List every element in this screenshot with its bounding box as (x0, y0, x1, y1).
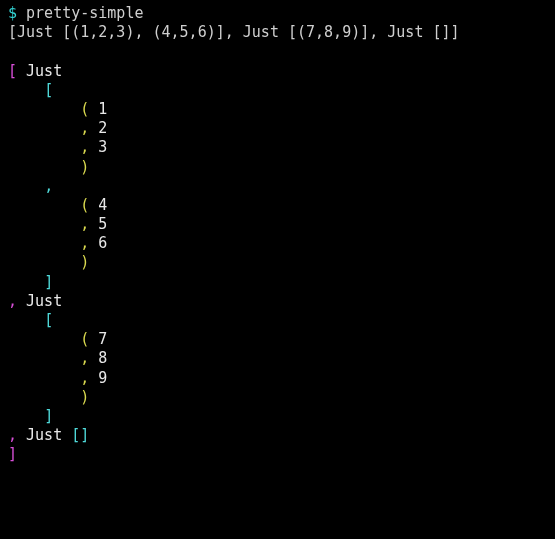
paren-open: ( (80, 100, 89, 118)
bracket-open: [ (8, 62, 17, 80)
paren-close: ) (80, 158, 89, 176)
paren-open: ( (80, 196, 89, 214)
number: 7 (98, 330, 107, 348)
just-keyword: Just (26, 62, 62, 80)
bracket-close: ] (8, 445, 17, 463)
comma: , (80, 349, 89, 367)
comma: , (44, 177, 53, 195)
comma: , (80, 369, 89, 387)
number: 6 (98, 234, 107, 252)
number: 3 (98, 138, 107, 156)
input-line: [Just [(1,2,3), (4,5,6)], Just [(7,8,9)]… (8, 23, 460, 41)
just-keyword: Just (26, 426, 62, 444)
just-keyword: Just (26, 292, 62, 310)
command-text: pretty-simple (26, 4, 143, 22)
paren-open: ( (80, 330, 89, 348)
comma: , (80, 234, 89, 252)
number: 2 (98, 119, 107, 137)
bracket-open: [ (44, 311, 53, 329)
comma: , (80, 119, 89, 137)
comma: , (8, 292, 17, 310)
number: 9 (98, 369, 107, 387)
terminal-output: $ pretty-simple [Just [(1,2,3), (4,5,6)]… (8, 4, 547, 465)
number: 1 (98, 100, 107, 118)
comma: , (80, 215, 89, 233)
bracket-close: ] (44, 273, 53, 291)
bracket-open: [ (44, 81, 53, 99)
paren-close: ) (80, 388, 89, 406)
number: 5 (98, 215, 107, 233)
shell-prompt: $ (8, 4, 17, 22)
empty-list: [] (71, 426, 89, 444)
comma: , (8, 426, 17, 444)
bracket-close: ] (44, 407, 53, 425)
comma: , (80, 138, 89, 156)
number: 4 (98, 196, 107, 214)
number: 8 (98, 349, 107, 367)
paren-close: ) (80, 253, 89, 271)
